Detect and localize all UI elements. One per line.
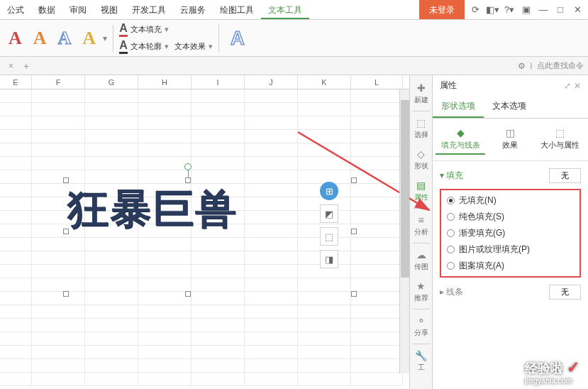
analyze-icon: ≡ — [418, 214, 423, 226]
resize-handle[interactable] — [351, 291, 357, 297]
image-icon: ☁ — [416, 249, 426, 261]
col-header[interactable]: G — [85, 75, 138, 89]
wordart-object[interactable]: 狂暴巨兽 — [67, 182, 309, 260]
spreadsheet[interactable]: E F G H I J K L for(let r=0;r<22;r++){ d… — [0, 75, 409, 389]
col-header[interactable]: K — [298, 75, 351, 89]
maximize-icon[interactable]: □ — [553, 2, 568, 18]
radio-icon — [447, 197, 455, 204]
side-select[interactable]: ⬚选择 — [411, 113, 431, 144]
restore-icon[interactable]: ▣ — [518, 2, 534, 18]
radio-icon — [447, 262, 455, 270]
menu-texttools[interactable]: 文本工具 — [261, 0, 309, 19]
text-outline-button[interactable]: A 文本轮廓▾ — [119, 39, 169, 54]
col-header[interactable]: H — [138, 75, 192, 89]
radio-gradient-fill[interactable]: 渐变填充(G) — [447, 227, 574, 239]
search-icon[interactable]: ⚙ — [518, 61, 526, 71]
float-style-icon[interactable]: ◨ — [320, 250, 338, 268]
skin-icon[interactable]: ◧▾ — [484, 2, 500, 18]
side-image[interactable]: ☁传图 — [411, 245, 431, 276]
radio-picture-fill[interactable]: 图片或纹理填充(P) — [447, 243, 574, 256]
tab-text-options[interactable]: 文本选项 — [484, 96, 535, 118]
menu-cloud[interactable]: 云服务 — [173, 0, 213, 19]
col-header[interactable]: I — [192, 75, 245, 89]
new-icon: ✚ — [417, 82, 426, 94]
recommend-icon: ★ — [416, 280, 426, 292]
style-more-icon[interactable]: ▾ — [103, 33, 107, 43]
menu-formula[interactable]: 公式 — [0, 0, 31, 19]
wordart-preset[interactable]: A — [225, 27, 250, 50]
tab-shape-options[interactable]: 形状选项 — [433, 96, 484, 118]
side-recommend[interactable]: ★推荐 — [411, 276, 431, 307]
float-layout-icon[interactable]: ⊞ — [320, 182, 338, 200]
minimize-icon[interactable]: — — [536, 2, 551, 18]
share-icon: ⚬ — [417, 315, 426, 327]
column-headers: E F G H I J K L — [0, 75, 409, 89]
resize-handle[interactable] — [63, 177, 69, 183]
col-header[interactable]: F — [32, 75, 85, 89]
collapse-icon[interactable]: ▾ 填充 — [440, 170, 463, 182]
radio-no-fill[interactable]: 无填充(N) — [447, 194, 574, 207]
doc-tabs-bar: × + ⚙ ⁞ 点此查找命令 — [0, 57, 588, 75]
resize-handle[interactable] — [185, 291, 191, 297]
scrollbar-thumb[interactable] — [401, 100, 409, 278]
help-icon[interactable]: ?▾ — [501, 2, 517, 18]
text-effect-button[interactable]: 文本效果▾ — [174, 41, 213, 52]
fill-none-button[interactable]: 无 — [549, 168, 581, 183]
tab-add-icon[interactable]: + — [19, 59, 33, 73]
side-properties[interactable]: ▤属性 — [411, 175, 431, 207]
properties-icon: ▤ — [416, 180, 426, 191]
close-icon[interactable]: ✕ — [570, 2, 585, 18]
col-header[interactable]: E — [0, 75, 32, 89]
properties-panel: 属性 ⤢ ✕ 形状选项 文本选项 ◆填充与线条 ◫效果 ⬚大小与属性 ▾ 填充 … — [432, 75, 588, 389]
resize-handle[interactable] — [185, 177, 191, 183]
menu-data[interactable]: 数据 — [31, 0, 62, 19]
float-edit-icon[interactable]: ◩ — [320, 204, 338, 223]
style-a2[interactable]: A — [29, 28, 51, 49]
menu-review[interactable]: 审阅 — [62, 0, 94, 19]
menu-drawtools[interactable]: 绘图工具 — [213, 0, 261, 19]
radio-pattern-fill[interactable]: 图案填充(A) — [447, 260, 574, 272]
ribbon: A A A A ▾ A 文本填充▾ A 文本轮廓▾ 文本效果▾ A — [0, 20, 588, 57]
menu-view[interactable]: 视图 — [94, 0, 125, 19]
search-separator: ⁞ — [530, 61, 533, 71]
tools-icon: 🔧 — [415, 350, 427, 361]
col-header[interactable]: J — [245, 75, 298, 89]
col-header[interactable]: L — [351, 75, 403, 89]
fill-options-group: 无填充(N) 纯色填充(S) 渐变填充(G) 图片或纹理填充(P) 图案填充(A… — [440, 189, 581, 278]
sync-icon[interactable]: ⟳ — [467, 2, 483, 18]
watermark: 经验啦 ✓ jingyanla.com — [525, 358, 579, 385]
resize-handle[interactable] — [63, 229, 69, 234]
side-new[interactable]: ✚新建 — [411, 78, 431, 109]
subtab-effect[interactable]: ◫效果 — [485, 124, 535, 155]
float-shape-icon[interactable]: ⬚ — [320, 227, 338, 246]
style-a3[interactable]: A — [54, 28, 76, 49]
side-shape[interactable]: ◇形状 — [411, 144, 431, 175]
side-analyze[interactable]: ≡分析 — [411, 210, 431, 241]
line-none-button[interactable]: 无 — [549, 285, 581, 300]
vertical-scrollbar[interactable] — [399, 89, 409, 373]
expand-icon[interactable]: ▸ 线条 — [440, 286, 463, 298]
login-button[interactable]: 未登录 — [419, 0, 465, 19]
rotate-handle[interactable] — [184, 163, 192, 170]
panel-close-icon[interactable]: ✕ — [574, 81, 581, 91]
subtab-fill-line[interactable]: ◆填充与线条 — [436, 124, 485, 155]
search-hint[interactable]: 点此查找命令 — [537, 60, 584, 71]
wordart-text[interactable]: 狂暴巨兽 — [67, 182, 309, 237]
resize-handle[interactable] — [351, 177, 357, 183]
text-outline-icon: A — [119, 39, 128, 54]
side-share[interactable]: ⚬分享 — [411, 311, 431, 342]
resize-handle[interactable] — [63, 291, 69, 297]
panel-pin-icon[interactable]: ⤢ — [564, 81, 571, 91]
radio-solid-fill[interactable]: 纯色填充(S) — [447, 211, 574, 223]
resize-handle[interactable] — [351, 229, 357, 234]
menu-devtools[interactable]: 开发工具 — [125, 0, 173, 19]
side-tools[interactable]: 🔧工 — [411, 346, 431, 377]
tab-close-icon[interactable]: × — [4, 60, 18, 72]
style-a1[interactable]: A — [4, 28, 26, 49]
text-fill-button[interactable]: A 文本填充▾ — [119, 22, 213, 37]
radio-icon — [447, 229, 455, 237]
check-icon: ✓ — [567, 358, 579, 376]
subtab-size[interactable]: ⬚大小与属性 — [536, 124, 585, 155]
style-a4[interactable]: A — [78, 28, 100, 49]
select-icon: ⬚ — [416, 117, 426, 128]
